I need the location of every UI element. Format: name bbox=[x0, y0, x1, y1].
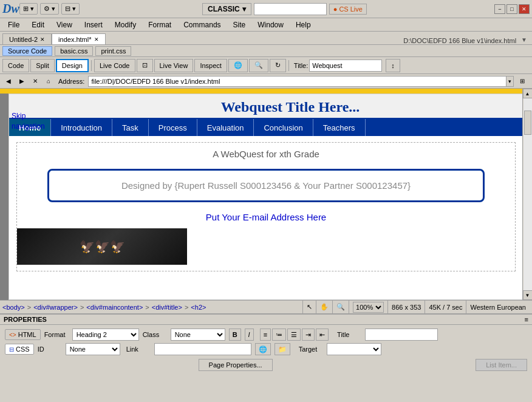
status-tag-body[interactable]: <body> bbox=[2, 304, 25, 311]
italic-btn[interactable]: I bbox=[245, 329, 254, 341]
menu-help[interactable]: Help bbox=[290, 19, 316, 31]
vertical-scrollbar: ▲ ▼ bbox=[522, 89, 532, 300]
address-input-wrap: ▾ bbox=[88, 76, 514, 87]
nav-conclusion[interactable]: Conclusion bbox=[254, 119, 313, 136]
link-browse-btn[interactable]: 🌐 bbox=[255, 343, 271, 355]
html-icon: <> bbox=[9, 332, 16, 338]
menu-file[interactable]: File bbox=[2, 19, 25, 31]
status-cursor-icon: ↖ bbox=[302, 301, 316, 314]
close-button[interactable]: ✕ bbox=[519, 4, 530, 14]
css-btn[interactable]: ⊟ CSS bbox=[5, 344, 34, 355]
layout-icon-btn[interactable]: ⊞ ▾ bbox=[19, 3, 38, 15]
menu-window[interactable]: Window bbox=[252, 19, 289, 31]
address-input[interactable] bbox=[88, 76, 506, 87]
status-sep1: > bbox=[27, 304, 31, 311]
menu-format[interactable]: Format bbox=[143, 19, 177, 31]
scroll-up-btn[interactable]: ▲ bbox=[523, 89, 533, 98]
target-select[interactable] bbox=[327, 343, 381, 355]
split-btn[interactable]: Split bbox=[30, 59, 54, 72]
file-mgmt-btn[interactable]: ↕ bbox=[386, 59, 400, 72]
status-zoom-icon: 🔍 bbox=[332, 301, 349, 314]
properties-body: <> HTML Format Heading 2 Heading 1 Parag… bbox=[0, 325, 532, 375]
skip-nav-line2: navigation bbox=[12, 122, 45, 131]
unordered-list-btn[interactable]: ≔ bbox=[272, 329, 286, 341]
link-input[interactable] bbox=[154, 343, 251, 355]
menu-edit[interactable]: Edit bbox=[26, 19, 50, 31]
code-btn[interactable]: Code bbox=[2, 59, 29, 72]
html-btn[interactable]: <> HTML bbox=[5, 329, 41, 340]
stop-btn[interactable]: ✕ bbox=[29, 76, 41, 87]
canvas-content: Skip navigation Webquest Title Here... H… bbox=[9, 94, 523, 300]
link-folder-btn[interactable]: 📁 bbox=[275, 343, 290, 355]
forward-btn[interactable]: ▶ bbox=[16, 76, 28, 87]
tab-index-close[interactable]: ✕ bbox=[94, 36, 99, 43]
id-select[interactable]: None bbox=[66, 343, 120, 355]
maximize-button[interactable]: □ bbox=[506, 4, 517, 14]
bold-btn[interactable]: B bbox=[229, 329, 241, 341]
outdent-btn[interactable]: ⇤ bbox=[316, 329, 329, 341]
print-css-tab[interactable]: print.css bbox=[95, 46, 131, 56]
menu-modify[interactable]: Modify bbox=[109, 19, 142, 31]
properties-panel: PROPERTIES ≡ <> HTML Format Heading 2 He… bbox=[0, 313, 532, 375]
address-dropdown-btn[interactable]: ▾ bbox=[506, 76, 514, 87]
menu-site[interactable]: Site bbox=[228, 19, 251, 31]
scroll-thumb[interactable] bbox=[524, 111, 531, 135]
title-input[interactable] bbox=[309, 60, 382, 72]
design-btn[interactable]: Design bbox=[56, 59, 89, 72]
status-sep2: > bbox=[80, 304, 84, 311]
format-select[interactable]: Heading 2 Heading 1 Paragraph None bbox=[72, 329, 139, 341]
zoom-in-btn[interactable]: 🔍 bbox=[249, 59, 268, 72]
tab-index[interactable]: index.html* ✕ bbox=[52, 33, 105, 44]
designer-text: Designed by {Rupert Russell S000123456 &… bbox=[121, 180, 411, 191]
status-encoding: Western European bbox=[466, 301, 530, 314]
cs-live-btn[interactable]: ● CS Live bbox=[329, 4, 367, 15]
status-tag-h2[interactable]: <h2> bbox=[191, 304, 206, 311]
status-tag-maincontent[interactable]: <div#maincontent> bbox=[86, 304, 143, 311]
status-sep4: > bbox=[185, 304, 188, 311]
list-item-btn[interactable]: List Item... bbox=[476, 359, 527, 371]
cs-live-icon: ● bbox=[333, 5, 338, 13]
zoom-select[interactable]: 100% bbox=[353, 302, 384, 313]
live-code-btn[interactable]: Live Code bbox=[94, 59, 135, 72]
source-code-tab[interactable]: Source Code bbox=[2, 46, 52, 56]
tab-untitled-close[interactable]: ✕ bbox=[40, 36, 45, 43]
scroll-track[interactable] bbox=[523, 98, 532, 290]
page-properties-btn[interactable]: Page Properties... bbox=[199, 359, 273, 371]
refresh-btn[interactable]: ↻ bbox=[270, 59, 286, 72]
menu-commands[interactable]: Commands bbox=[178, 19, 226, 31]
ordered-list-btn[interactable]: ☰ bbox=[287, 329, 301, 341]
browser-btn[interactable]: 🌐 bbox=[228, 59, 248, 72]
colums-icon-btn[interactable]: ⊟ ▾ bbox=[61, 3, 80, 15]
classic-btn[interactable]: CLASSIC ▾ bbox=[202, 3, 251, 15]
grid-view-btn[interactable]: ⊞ bbox=[515, 76, 530, 87]
home-nav-btn[interactable]: ⌂ bbox=[43, 76, 55, 87]
tab-untitled[interactable]: Untitled-2 ✕ bbox=[2, 33, 52, 44]
status-tag-wrapper[interactable]: <div#wrapper> bbox=[33, 304, 78, 311]
align-left-btn[interactable]: ≡ bbox=[260, 329, 271, 341]
nav-evaluation[interactable]: Evaluation bbox=[197, 119, 254, 136]
live-view-btn[interactable]: Live View bbox=[154, 59, 194, 72]
skip-nav-line1: Skip bbox=[12, 112, 26, 120]
multiscreen-btn[interactable]: ⊡ bbox=[137, 59, 153, 72]
back-btn[interactable]: ◀ bbox=[2, 76, 15, 87]
nav-process[interactable]: Process bbox=[149, 119, 197, 136]
inspect-btn[interactable]: Inspect bbox=[194, 59, 227, 72]
nav-introduction[interactable]: Introduction bbox=[51, 119, 112, 136]
basic-css-tab[interactable]: basic.css bbox=[55, 46, 93, 56]
class-select[interactable]: None bbox=[171, 329, 225, 341]
title-prop-input[interactable] bbox=[365, 329, 438, 341]
indent-btn[interactable]: ⇥ bbox=[302, 329, 315, 341]
menu-view[interactable]: View bbox=[51, 19, 78, 31]
title-label: Title: bbox=[294, 62, 308, 69]
menu-insert[interactable]: Insert bbox=[79, 19, 108, 31]
image-placeholder-icon: 🦅🦅🦅 bbox=[80, 239, 125, 254]
nav-teachers[interactable]: Teachers bbox=[313, 119, 366, 136]
search-input[interactable] bbox=[254, 3, 327, 15]
nav-task[interactable]: Task bbox=[112, 119, 149, 136]
gear-icon-btn[interactable]: ⚙ ▾ bbox=[40, 3, 59, 15]
minimize-button[interactable]: − bbox=[494, 4, 505, 14]
scroll-down-btn[interactable]: ▼ bbox=[523, 290, 533, 300]
properties-menu-icon[interactable]: ≡ bbox=[525, 316, 528, 323]
tab-filter-icon[interactable]: ▼ bbox=[519, 35, 530, 44]
status-tag-title[interactable]: <div#title> bbox=[152, 304, 182, 311]
